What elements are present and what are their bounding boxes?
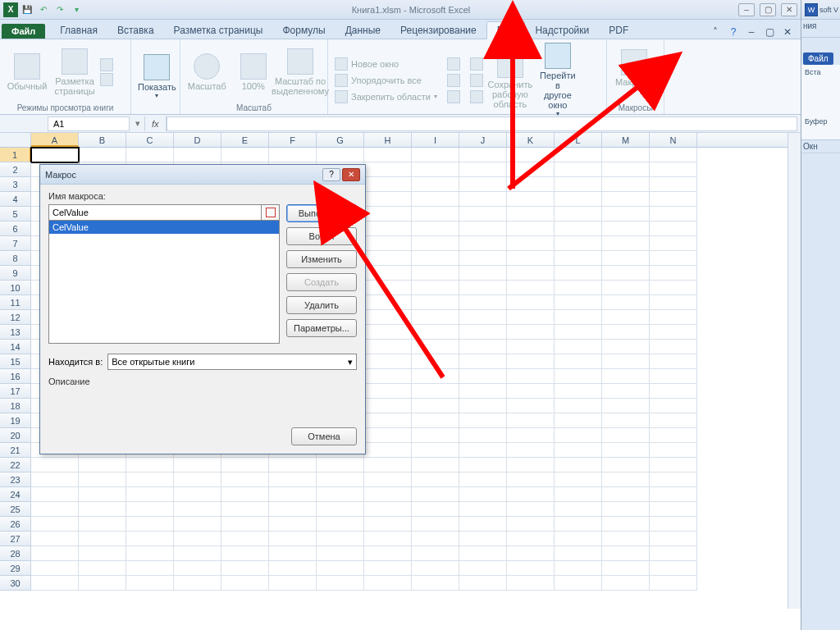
cell[interactable] [555, 502, 602, 517]
column-header[interactable]: J [459, 133, 507, 147]
cell[interactable] [459, 546, 507, 561]
cell[interactable] [317, 487, 364, 502]
cell[interactable] [412, 369, 459, 384]
cell[interactable] [602, 148, 650, 162]
cell[interactable] [221, 502, 269, 517]
doc-restore-icon[interactable]: ▢ [763, 25, 776, 39]
cell[interactable] [412, 148, 459, 162]
cell[interactable] [650, 472, 697, 487]
cell[interactable] [126, 502, 174, 517]
cell[interactable] [602, 561, 650, 576]
row-header[interactable]: 4 [0, 192, 31, 207]
cell[interactable] [650, 251, 697, 266]
cell[interactable] [459, 458, 507, 472]
row-header[interactable]: 12 [0, 310, 31, 325]
cell[interactable] [269, 546, 317, 561]
cell[interactable] [602, 532, 650, 546]
cell[interactable] [555, 340, 602, 354]
cell[interactable] [364, 413, 412, 428]
qat-customize-icon[interactable]: ▾ [69, 2, 84, 17]
row-header[interactable]: 25 [0, 502, 31, 517]
zoom-button[interactable]: Масштаб [185, 52, 229, 93]
cell[interactable] [79, 148, 126, 162]
row-header[interactable]: 21 [0, 443, 31, 458]
cell[interactable] [126, 561, 174, 576]
cell[interactable] [650, 340, 697, 354]
cell[interactable] [459, 148, 507, 162]
cell[interactable] [412, 162, 459, 177]
new-window-button[interactable]: Новое окно [333, 57, 439, 71]
split-button[interactable] [445, 57, 462, 71]
cell[interactable] [79, 546, 126, 561]
cell[interactable] [459, 236, 507, 251]
cell[interactable] [364, 148, 412, 162]
cell[interactable] [364, 502, 412, 517]
cell[interactable] [364, 221, 412, 236]
cell[interactable] [412, 413, 459, 428]
cell[interactable] [459, 251, 507, 266]
cell[interactable] [602, 221, 650, 236]
column-header[interactable]: E [221, 133, 269, 147]
cell[interactable] [602, 458, 650, 472]
cell[interactable] [507, 340, 555, 354]
show-button[interactable]: Показать▾ [136, 52, 178, 101]
cell[interactable] [317, 517, 364, 532]
cell[interactable] [650, 236, 697, 251]
cell[interactable] [650, 295, 697, 310]
macro-name-ref-button[interactable] [262, 204, 280, 221]
cell[interactable] [555, 192, 602, 207]
cell[interactable] [412, 192, 459, 207]
cell[interactable] [317, 546, 364, 561]
cell[interactable] [459, 310, 507, 325]
cell[interactable] [555, 354, 602, 369]
step-into-button[interactable]: Войти [286, 227, 357, 245]
cell[interactable] [459, 443, 507, 458]
cell[interactable] [364, 340, 412, 354]
column-header[interactable]: B [79, 133, 126, 147]
cell[interactable] [602, 266, 650, 281]
cell[interactable] [555, 148, 602, 162]
cell[interactable] [555, 487, 602, 502]
cell[interactable] [412, 340, 459, 354]
cell[interactable] [31, 148, 79, 162]
cell[interactable] [602, 281, 650, 295]
cell[interactable] [555, 458, 602, 472]
cell[interactable] [79, 517, 126, 532]
cell[interactable] [650, 428, 697, 443]
row-header[interactable]: 16 [0, 369, 31, 384]
cell[interactable] [364, 162, 412, 177]
row-header[interactable]: 7 [0, 236, 31, 251]
dialog-close-button[interactable]: ✕ [342, 168, 360, 181]
macros-button[interactable]: Макросы▾ [612, 48, 656, 96]
unhide-button[interactable] [445, 89, 462, 104]
cell[interactable] [459, 384, 507, 399]
cell[interactable] [507, 221, 555, 236]
cell[interactable] [412, 472, 459, 487]
cell[interactable] [459, 532, 507, 546]
cell[interactable] [507, 369, 555, 384]
cell[interactable] [507, 487, 555, 502]
row-header[interactable]: 23 [0, 472, 31, 487]
cell[interactable] [126, 532, 174, 546]
row-header[interactable]: 18 [0, 399, 31, 413]
cell[interactable] [459, 369, 507, 384]
cell[interactable] [174, 517, 221, 532]
minimize-button[interactable]: – [738, 3, 755, 16]
cell[interactable] [602, 472, 650, 487]
row-header[interactable]: 14 [0, 340, 31, 354]
cell[interactable] [31, 576, 79, 591]
cell[interactable] [31, 546, 79, 561]
cell[interactable] [364, 325, 412, 340]
row-header[interactable]: 29 [0, 561, 31, 576]
cell[interactable] [507, 281, 555, 295]
column-header[interactable]: M [602, 133, 650, 147]
cell[interactable] [602, 546, 650, 561]
row-header[interactable]: 11 [0, 295, 31, 310]
cell[interactable] [459, 576, 507, 591]
cell[interactable] [79, 487, 126, 502]
row-header[interactable]: 5 [0, 207, 31, 221]
cell[interactable] [364, 517, 412, 532]
cell[interactable] [317, 502, 364, 517]
cancel-button[interactable]: Отмена [291, 427, 357, 445]
cell[interactable] [650, 546, 697, 561]
